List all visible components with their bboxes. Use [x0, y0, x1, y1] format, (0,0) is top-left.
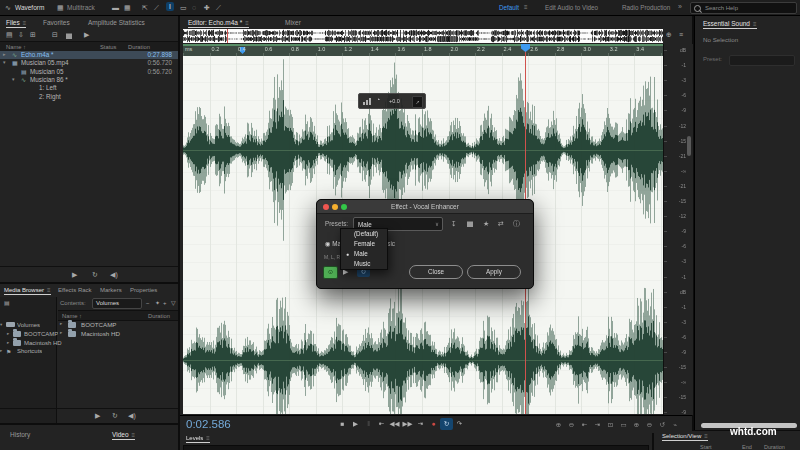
media-column-name[interactable]: Name ↑ — [62, 313, 82, 319]
column-name[interactable]: Name ↑ — [6, 44, 26, 50]
zoom-out-full-button[interactable]: ▭ — [617, 419, 630, 430]
zoom-out-amplitude-button[interactable]: ⊖ — [643, 419, 656, 430]
favorite-star-button[interactable]: ★ — [483, 220, 489, 227]
menu-item-default[interactable]: (Default) — [341, 229, 387, 239]
view-tab-multitrack[interactable]: Multitrack — [67, 4, 95, 11]
razor-tool-icon[interactable]: ⟋ — [154, 4, 159, 11]
pause-button[interactable]: ‖ — [362, 418, 375, 430]
clock-knob-icon[interactable]: ◔ — [376, 96, 380, 103]
file-row[interactable]: 1: Left — [0, 84, 178, 92]
fast-forward-button[interactable]: ▶▶ — [401, 418, 414, 430]
expander-icon[interactable]: ▸ — [60, 321, 62, 326]
view-tab-waveform[interactable]: Waveform — [15, 4, 44, 11]
skip-selection-button[interactable]: ↷ — [453, 418, 466, 430]
lasso-tool-icon[interactable]: ◌ — [192, 4, 196, 11]
import-file-button[interactable]: ⇩ — [18, 31, 24, 38]
delete-file-button[interactable] — [66, 32, 72, 39]
preview-play-button[interactable]: ▶ — [72, 271, 77, 278]
vertical-scroll-handle[interactable] — [687, 136, 691, 156]
close-button[interactable]: Close — [409, 265, 463, 279]
rewind-button[interactable]: ◀◀ — [388, 418, 401, 430]
insert-into-multitrack-button[interactable]: ⊟ — [52, 31, 58, 38]
filter-icon[interactable]: ▽ — [171, 300, 176, 306]
panel-menu-icon[interactable]: ≡ — [23, 20, 27, 26]
panel-menu-icon[interactable]: ≡ — [704, 433, 708, 439]
panel-menu-icon[interactable]: ≡ — [47, 287, 51, 293]
workspace-radio-production[interactable]: Radio Production — [622, 4, 670, 11]
tab-properties[interactable]: Properties — [130, 287, 157, 293]
sparkle-icon[interactable]: ✦ — [155, 300, 160, 306]
playhead-time-display[interactable]: 0:02.586 — [186, 418, 231, 430]
file-row[interactable]: ▤Musician 050:56.720 — [0, 68, 178, 76]
workspace-edit-audio-to-video[interactable]: Edit Audio to Video — [545, 4, 598, 11]
loop-playback-button[interactable]: ↻ — [440, 418, 453, 430]
tab-selection-view[interactable]: Selection/View≡ — [662, 433, 708, 441]
media-item-bootcamp[interactable]: ▸BOOTCAMP — [58, 320, 178, 329]
expander-icon[interactable]: ▸ — [3, 51, 6, 57]
open-file-button[interactable]: ▤ — [6, 31, 13, 38]
tab-video[interactable]: Video≡ — [112, 431, 135, 440]
skip-to-end-button[interactable]: ⇥ — [414, 418, 427, 430]
file-row[interactable]: ▸∿Echo.m4a *0:27.898 — [0, 51, 178, 59]
apply-button[interactable]: Apply — [467, 265, 521, 279]
preview-loop-button[interactable]: ↻ — [92, 271, 98, 278]
media-item-macintosh-hd[interactable]: ▸Macintosh HD — [58, 329, 178, 338]
tab-essential-sound[interactable]: Essential Sound≡ — [703, 20, 757, 29]
presets-menu[interactable]: (Default) Female Male ● Music — [340, 228, 388, 270]
contents-dropdown[interactable]: Volumes — [92, 298, 142, 309]
tab-markers[interactable]: Markers — [100, 287, 122, 293]
preview-speaker-icon[interactable]: ◀) — [110, 271, 118, 278]
zoom-out-time-button[interactable]: ⊖ — [565, 419, 578, 430]
help-info-button[interactable]: ⓘ — [513, 220, 520, 227]
file-row[interactable]: 2: Right — [0, 93, 178, 101]
spot-heal-tool-icon[interactable]: ⟋ — [216, 4, 221, 11]
file-row[interactable]: ▾▦Musician 05.mp40:56.720 — [0, 59, 178, 67]
stop-button[interactable]: ■ — [336, 418, 349, 430]
media-column-duration[interactable]: Duration — [148, 313, 170, 319]
zoom-to-selection-button[interactable]: ⊡ — [604, 419, 617, 430]
zoom-in-right-edge-button[interactable]: ⇥ — [591, 419, 604, 430]
delete-preset-button[interactable] — [467, 220, 473, 227]
tab-media-browser[interactable]: Media Browser≡ — [4, 287, 51, 295]
hud-gain-value[interactable]: +0.0 — [389, 98, 400, 104]
panel-menu-icon[interactable]: ≡ — [206, 435, 210, 441]
search-help-field[interactable]: Search Help — [690, 2, 797, 14]
column-duration[interactable]: Duration — [128, 44, 150, 50]
move-tool-icon[interactable]: ⇱ — [142, 4, 148, 11]
tab-mixer[interactable]: Mixer — [285, 19, 301, 26]
menu-item-female[interactable]: Female — [341, 239, 387, 249]
skip-to-start-button[interactable]: ⇤ — [375, 418, 388, 430]
expander-icon[interactable]: ▸ — [60, 330, 62, 335]
show-waveform-icon[interactable]: ▬ — [112, 4, 119, 11]
time-selection-tool-icon[interactable]: I — [166, 2, 174, 11]
panel-menu-icon[interactable]: ≡ — [132, 432, 136, 438]
zoom-reset-button[interactable]: ↺ — [656, 419, 669, 430]
preview-speaker-icon[interactable]: ◀) — [128, 412, 136, 419]
zoom-in-left-edge-button[interactable]: ⇤ — [578, 419, 591, 430]
add-button[interactable]: + — [163, 300, 167, 306]
editor-menu-icon[interactable]: ≡ — [679, 31, 683, 38]
workspace-overflow-icon[interactable]: » — [678, 3, 682, 10]
panel-menu-icon[interactable]: ≡ — [753, 21, 757, 27]
show-spectral-icon[interactable]: ▦ — [124, 4, 131, 11]
devices-icon[interactable]: ▤ — [4, 300, 10, 306]
effect-power-toggle[interactable]: ⊙ — [323, 266, 338, 279]
paintbrush-tool-icon[interactable]: ✚ — [204, 4, 210, 11]
column-status[interactable]: Status — [100, 44, 116, 50]
preview-loop-button[interactable]: ↻ — [112, 412, 118, 419]
hud-pin-icon[interactable]: ↗ — [412, 96, 423, 108]
autoplay-filter-button[interactable]: ▶ — [84, 31, 89, 38]
tab-favorites[interactable]: Favorites — [43, 19, 70, 26]
snapping-toggle-button[interactable]: ⌁ — [669, 419, 682, 430]
remove-button[interactable]: − — [146, 300, 150, 306]
file-row[interactable]: ▾∿Musician 86 * — [0, 76, 178, 84]
tab-levels[interactable]: Levels≡ — [186, 435, 210, 443]
zoom-in-time-button[interactable]: ⊕ — [552, 419, 565, 430]
zoom-in-amplitude-button[interactable]: ⊕ — [630, 419, 643, 430]
menu-item-music[interactable]: Music — [341, 259, 387, 269]
panel-menu-icon[interactable]: ≡ — [245, 20, 249, 26]
expander-icon[interactable]: ▾ — [12, 76, 15, 82]
tab-effects-rack[interactable]: Effects Rack — [58, 287, 92, 293]
hud-overlay[interactable]: ◔ +0.0 ↗ — [358, 93, 426, 109]
record-button[interactable]: ● — [427, 418, 440, 430]
